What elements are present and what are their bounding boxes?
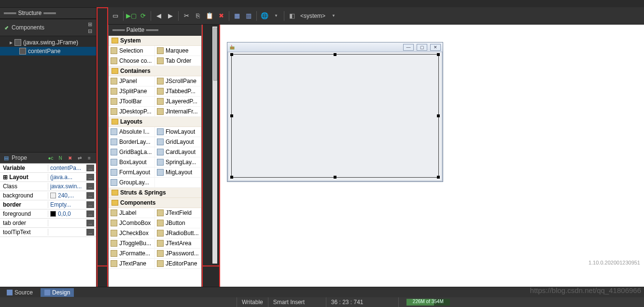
design-canvas[interactable]: — ▢ ✕ 1.10.0.202001230951 bbox=[220, 25, 644, 287]
collapse-icon[interactable]: ⊟ bbox=[86, 28, 93, 34]
prop-edit-button[interactable]: … bbox=[86, 201, 94, 208]
palette-item[interactable]: JFormatte... bbox=[109, 249, 155, 259]
tb-copy-icon[interactable]: ⎘ bbox=[193, 11, 203, 21]
palette-item[interactable]: JSplitPane bbox=[109, 86, 155, 97]
contentpane-preview[interactable] bbox=[231, 54, 439, 178]
tb-system-icon[interactable]: ◧ bbox=[287, 11, 297, 21]
prop-value[interactable]: 240,...… bbox=[48, 192, 96, 199]
minimize-button[interactable]: — bbox=[403, 44, 414, 51]
resize-handle[interactable] bbox=[334, 176, 336, 179]
palette-item[interactable]: JTextPane bbox=[109, 259, 155, 269]
palette-category[interactable]: Containers bbox=[109, 66, 201, 76]
palette-item[interactable]: GridBagLa... bbox=[109, 147, 155, 157]
tb-undo-icon[interactable]: ◀ bbox=[154, 11, 164, 21]
prop-btn-3[interactable]: ✖ bbox=[66, 154, 74, 162]
resize-handle[interactable] bbox=[230, 114, 233, 117]
palette-item[interactable]: JPassword... bbox=[155, 249, 201, 259]
palette-item[interactable]: FormLayout bbox=[109, 167, 155, 178]
palette-item[interactable]: JButton bbox=[155, 218, 201, 228]
tree-expander-icon[interactable]: ▸ bbox=[10, 39, 13, 46]
palette-category[interactable]: Struts & Springs bbox=[109, 188, 201, 198]
tb-system-dropdown-icon[interactable]: ▼ bbox=[328, 11, 339, 21]
property-row[interactable]: tab order… bbox=[0, 219, 96, 228]
palette-item[interactable]: JLabel bbox=[109, 208, 155, 218]
tb-dropdown-icon[interactable]: ▼ bbox=[271, 11, 281, 21]
palette-item[interactable]: GridLayout bbox=[155, 137, 201, 147]
properties-table[interactable]: VariablecontentPa...…⊞ Layout(java.a...…… bbox=[0, 163, 96, 287]
palette-item[interactable]: JToggleBu... bbox=[109, 238, 155, 249]
tb-tool1-icon[interactable]: ▦ bbox=[232, 11, 242, 21]
resize-handle[interactable] bbox=[334, 53, 336, 56]
tb-refresh-icon[interactable]: ⟳ bbox=[138, 11, 148, 21]
palette-item[interactable]: Absolute l... bbox=[109, 127, 155, 137]
palette-item[interactable]: JTextField bbox=[155, 208, 201, 218]
palette-item[interactable]: JTabbedP... bbox=[155, 86, 201, 97]
prop-value[interactable]: … bbox=[48, 229, 96, 236]
palette-item[interactable]: MigLayout bbox=[155, 167, 201, 178]
tab-design[interactable]: Design bbox=[41, 288, 74, 297]
jframe-preview[interactable]: — ▢ ✕ bbox=[227, 42, 443, 182]
prop-value[interactable]: … bbox=[48, 220, 96, 226]
tb-globe-icon[interactable]: 🌐 bbox=[259, 11, 270, 21]
resize-handle[interactable] bbox=[230, 53, 233, 56]
prop-value[interactable]: javax.swin...… bbox=[48, 183, 96, 190]
palette-item[interactable]: JTextArea bbox=[155, 238, 201, 249]
prop-btn-5[interactable]: ≡ bbox=[85, 154, 93, 162]
tb-select-icon[interactable]: ▭ bbox=[110, 11, 121, 21]
prop-value[interactable]: (java.a...… bbox=[48, 174, 96, 181]
palette-category[interactable]: System bbox=[109, 36, 201, 46]
prop-btn-2[interactable]: N bbox=[56, 154, 64, 162]
prop-edit-button[interactable]: … bbox=[86, 210, 94, 217]
tree-row-jframe[interactable]: ▸ (javax.swing.JFrame) bbox=[0, 38, 96, 47]
property-row[interactable]: foreground0,0,0… bbox=[0, 209, 96, 219]
prop-edit-button[interactable]: … bbox=[86, 220, 94, 226]
expand-icon[interactable]: ⊞ bbox=[86, 21, 93, 28]
palette-item[interactable]: Marquee bbox=[155, 46, 201, 56]
palette-item[interactable]: JPanel bbox=[109, 76, 155, 86]
palette-item[interactable]: JDesktopP... bbox=[109, 107, 155, 117]
tree-row-contentpane[interactable]: contentPane bbox=[0, 47, 96, 56]
palette-item[interactable]: GroupLay... bbox=[109, 178, 155, 188]
palette-item[interactable]: SpringLay... bbox=[155, 157, 201, 167]
resize-handle[interactable] bbox=[437, 53, 440, 56]
prop-value[interactable]: contentPa...… bbox=[48, 165, 96, 171]
palette-item[interactable]: BorderLay... bbox=[109, 137, 155, 147]
component-tree[interactable]: ▸ (javax.swing.JFrame) contentPane bbox=[0, 36, 96, 152]
palette-item[interactable]: Tab Order bbox=[155, 56, 201, 66]
palette-category[interactable]: Components bbox=[109, 198, 201, 208]
prop-edit-button[interactable]: … bbox=[86, 174, 94, 181]
palette-item[interactable]: CardLayout bbox=[155, 147, 201, 157]
palette-item[interactable]: JEditorPane bbox=[155, 259, 201, 269]
maximize-button[interactable]: ▢ bbox=[417, 44, 427, 51]
palette-item[interactable]: JCheckBox bbox=[109, 228, 155, 238]
property-row[interactable]: Classjavax.swin...… bbox=[0, 182, 96, 191]
resize-handle[interactable] bbox=[230, 176, 233, 179]
property-row[interactable]: ⊞ Layout(java.a...… bbox=[0, 173, 96, 182]
tab-source[interactable]: Source bbox=[3, 288, 37, 297]
tb-system-label[interactable]: <system> bbox=[298, 13, 327, 19]
prop-edit-button[interactable]: … bbox=[86, 165, 94, 171]
tb-cut-icon[interactable]: ✂ bbox=[181, 11, 192, 21]
palette-item[interactable]: JLayeredP... bbox=[155, 97, 201, 107]
close-button[interactable]: ✕ bbox=[430, 44, 441, 51]
prop-btn-1[interactable]: ●c bbox=[47, 154, 55, 162]
palette-item[interactable]: Selection bbox=[109, 46, 155, 56]
prop-edit-button[interactable]: … bbox=[86, 183, 94, 190]
property-row[interactable]: background240,...… bbox=[0, 191, 96, 200]
palette-item[interactable]: JToolBar bbox=[109, 97, 155, 107]
palette-category[interactable]: Layouts bbox=[109, 117, 201, 127]
palette-item[interactable]: JInternalFr... bbox=[155, 107, 201, 117]
status-heap[interactable]: 226M of 354M bbox=[398, 297, 455, 307]
tb-run-icon[interactable]: ▶▢ bbox=[126, 11, 137, 21]
property-row[interactable]: toolTipText… bbox=[0, 228, 96, 237]
prop-value[interactable]: Empty...… bbox=[48, 201, 96, 208]
palette-item[interactable]: FlowLayout bbox=[155, 127, 201, 137]
prop-btn-4[interactable]: ⇄ bbox=[76, 154, 84, 162]
palette-item[interactable]: BoxLayout bbox=[109, 157, 155, 167]
resize-handle[interactable] bbox=[437, 176, 440, 179]
prop-edit-button[interactable]: … bbox=[86, 192, 94, 199]
tb-paste-icon[interactable]: 📋 bbox=[204, 11, 215, 21]
palette-scrollbar[interactable] bbox=[212, 27, 217, 264]
resize-handle[interactable] bbox=[437, 114, 440, 117]
palette-item[interactable]: JComboBox bbox=[109, 218, 155, 228]
